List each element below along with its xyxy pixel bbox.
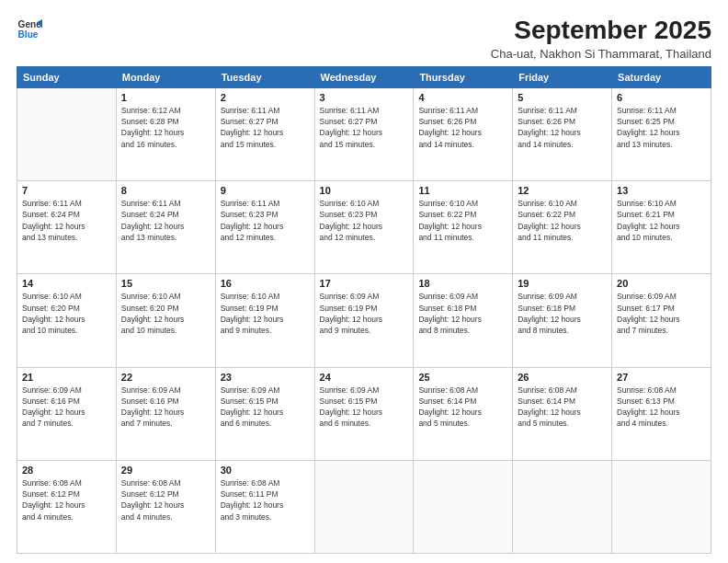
day-number: 4 <box>418 92 507 103</box>
header: General Blue September 2025 Cha-uat, Nak… <box>17 17 711 61</box>
day-info: Sunrise: 6:09 AMSunset: 6:17 PMDaylight:… <box>617 291 706 336</box>
day-number: 25 <box>418 372 507 383</box>
day-number: 30 <box>221 465 310 476</box>
day-info: Sunrise: 6:10 AMSunset: 6:22 PMDaylight:… <box>518 198 607 243</box>
main-title: September 2025 <box>491 17 711 45</box>
day-number: 20 <box>617 278 706 289</box>
day-info: Sunrise: 6:12 AMSunset: 6:28 PMDaylight:… <box>121 105 210 150</box>
calendar-header-row: Sunday Monday Tuesday Wednesday Thursday… <box>17 66 711 87</box>
table-cell: 17Sunrise: 6:09 AMSunset: 6:19 PMDayligh… <box>314 274 414 367</box>
day-number: 18 <box>418 278 507 289</box>
day-number: 14 <box>22 278 111 289</box>
day-info: Sunrise: 6:09 AMSunset: 6:15 PMDaylight:… <box>221 385 310 430</box>
day-number: 7 <box>22 185 111 196</box>
day-info: Sunrise: 6:10 AMSunset: 6:20 PMDaylight:… <box>22 291 111 336</box>
subtitle: Cha-uat, Nakhon Si Thammarat, Thailand <box>491 47 711 61</box>
table-cell: 18Sunrise: 6:09 AMSunset: 6:18 PMDayligh… <box>414 274 513 367</box>
col-saturday: Saturday <box>612 66 711 87</box>
table-cell: 22Sunrise: 6:09 AMSunset: 6:16 PMDayligh… <box>116 367 215 460</box>
table-cell: 5Sunrise: 6:11 AMSunset: 6:26 PMDaylight… <box>513 87 612 180</box>
day-number: 12 <box>518 185 607 196</box>
day-info: Sunrise: 6:11 AMSunset: 6:27 PMDaylight:… <box>320 105 409 150</box>
week-row-5: 28Sunrise: 6:08 AMSunset: 6:12 PMDayligh… <box>17 460 711 553</box>
day-number: 8 <box>121 185 210 196</box>
table-cell: 9Sunrise: 6:11 AMSunset: 6:23 PMDaylight… <box>215 181 314 274</box>
col-friday: Friday <box>513 66 612 87</box>
day-number: 6 <box>617 92 706 103</box>
table-cell: 27Sunrise: 6:08 AMSunset: 6:13 PMDayligh… <box>612 367 711 460</box>
day-number: 17 <box>320 278 409 289</box>
table-cell: 25Sunrise: 6:08 AMSunset: 6:14 PMDayligh… <box>414 367 513 460</box>
table-cell: 7Sunrise: 6:11 AMSunset: 6:24 PMDaylight… <box>17 181 117 274</box>
day-number: 10 <box>320 185 409 196</box>
table-cell: 8Sunrise: 6:11 AMSunset: 6:24 PMDaylight… <box>116 181 215 274</box>
day-number: 28 <box>22 465 111 476</box>
day-info: Sunrise: 6:11 AMSunset: 6:26 PMDaylight:… <box>418 105 507 150</box>
day-number: 22 <box>121 372 210 383</box>
page: General Blue September 2025 Cha-uat, Nak… <box>0 0 728 563</box>
day-info: Sunrise: 6:11 AMSunset: 6:26 PMDaylight:… <box>518 105 607 150</box>
day-info: Sunrise: 6:09 AMSunset: 6:15 PMDaylight:… <box>320 385 409 430</box>
col-sunday: Sunday <box>17 66 117 87</box>
col-wednesday: Wednesday <box>314 66 414 87</box>
table-cell: 30Sunrise: 6:08 AMSunset: 6:11 PMDayligh… <box>215 460 314 553</box>
day-info: Sunrise: 6:08 AMSunset: 6:12 PMDaylight:… <box>22 477 111 523</box>
table-cell: 1Sunrise: 6:12 AMSunset: 6:28 PMDaylight… <box>116 87 215 180</box>
table-cell <box>314 460 414 553</box>
table-cell: 19Sunrise: 6:09 AMSunset: 6:18 PMDayligh… <box>513 274 612 367</box>
day-info: Sunrise: 6:08 AMSunset: 6:14 PMDaylight:… <box>518 385 607 430</box>
svg-text:General: General <box>18 19 42 29</box>
day-number: 15 <box>121 278 210 289</box>
week-row-3: 14Sunrise: 6:10 AMSunset: 6:20 PMDayligh… <box>17 274 711 367</box>
day-info: Sunrise: 6:11 AMSunset: 6:24 PMDaylight:… <box>22 198 111 243</box>
table-cell: 29Sunrise: 6:08 AMSunset: 6:12 PMDayligh… <box>116 460 215 553</box>
day-number: 11 <box>418 185 507 196</box>
table-cell: 26Sunrise: 6:08 AMSunset: 6:14 PMDayligh… <box>513 367 612 460</box>
table-cell: 20Sunrise: 6:09 AMSunset: 6:17 PMDayligh… <box>612 274 711 367</box>
day-number: 23 <box>221 372 310 383</box>
logo-icon: General Blue <box>17 17 42 42</box>
day-info: Sunrise: 6:09 AMSunset: 6:16 PMDaylight:… <box>22 385 111 430</box>
col-tuesday: Tuesday <box>215 66 314 87</box>
day-number: 29 <box>121 465 210 476</box>
table-cell: 15Sunrise: 6:10 AMSunset: 6:20 PMDayligh… <box>116 274 215 367</box>
day-info: Sunrise: 6:09 AMSunset: 6:18 PMDaylight:… <box>418 291 507 336</box>
table-cell: 6Sunrise: 6:11 AMSunset: 6:25 PMDaylight… <box>612 87 711 180</box>
table-cell: 3Sunrise: 6:11 AMSunset: 6:27 PMDaylight… <box>314 87 414 180</box>
day-number: 27 <box>617 372 706 383</box>
day-info: Sunrise: 6:10 AMSunset: 6:20 PMDaylight:… <box>121 291 210 336</box>
table-cell <box>612 460 711 553</box>
day-number: 19 <box>518 278 607 289</box>
day-number: 26 <box>518 372 607 383</box>
table-cell: 12Sunrise: 6:10 AMSunset: 6:22 PMDayligh… <box>513 181 612 274</box>
day-info: Sunrise: 6:08 AMSunset: 6:12 PMDaylight:… <box>121 477 210 523</box>
table-cell: 16Sunrise: 6:10 AMSunset: 6:19 PMDayligh… <box>215 274 314 367</box>
day-info: Sunrise: 6:09 AMSunset: 6:18 PMDaylight:… <box>518 291 607 336</box>
day-info: Sunrise: 6:11 AMSunset: 6:24 PMDaylight:… <box>121 198 210 243</box>
week-row-1: 1Sunrise: 6:12 AMSunset: 6:28 PMDaylight… <box>17 87 711 180</box>
table-cell <box>513 460 612 553</box>
table-cell: 21Sunrise: 6:09 AMSunset: 6:16 PMDayligh… <box>17 367 117 460</box>
title-block: September 2025 Cha-uat, Nakhon Si Thamma… <box>491 17 711 61</box>
day-info: Sunrise: 6:08 AMSunset: 6:11 PMDaylight:… <box>221 477 310 523</box>
day-number: 1 <box>121 92 210 103</box>
day-info: Sunrise: 6:09 AMSunset: 6:19 PMDaylight:… <box>320 291 409 336</box>
day-info: Sunrise: 6:11 AMSunset: 6:27 PMDaylight:… <box>221 105 310 150</box>
svg-text:Blue: Blue <box>18 29 39 40</box>
table-cell: 10Sunrise: 6:10 AMSunset: 6:23 PMDayligh… <box>314 181 414 274</box>
logo: General Blue <box>17 17 42 42</box>
col-monday: Monday <box>116 66 215 87</box>
day-info: Sunrise: 6:10 AMSunset: 6:22 PMDaylight:… <box>418 198 507 243</box>
day-info: Sunrise: 6:09 AMSunset: 6:16 PMDaylight:… <box>121 385 210 430</box>
day-info: Sunrise: 6:10 AMSunset: 6:23 PMDaylight:… <box>320 198 409 243</box>
table-cell: 28Sunrise: 6:08 AMSunset: 6:12 PMDayligh… <box>17 460 117 553</box>
col-thursday: Thursday <box>414 66 513 87</box>
day-number: 21 <box>22 372 111 383</box>
day-number: 9 <box>221 185 310 196</box>
table-cell: 14Sunrise: 6:10 AMSunset: 6:20 PMDayligh… <box>17 274 117 367</box>
table-cell: 23Sunrise: 6:09 AMSunset: 6:15 PMDayligh… <box>215 367 314 460</box>
day-number: 13 <box>617 185 706 196</box>
day-info: Sunrise: 6:08 AMSunset: 6:14 PMDaylight:… <box>418 385 507 430</box>
day-number: 24 <box>320 372 409 383</box>
day-number: 3 <box>320 92 409 103</box>
